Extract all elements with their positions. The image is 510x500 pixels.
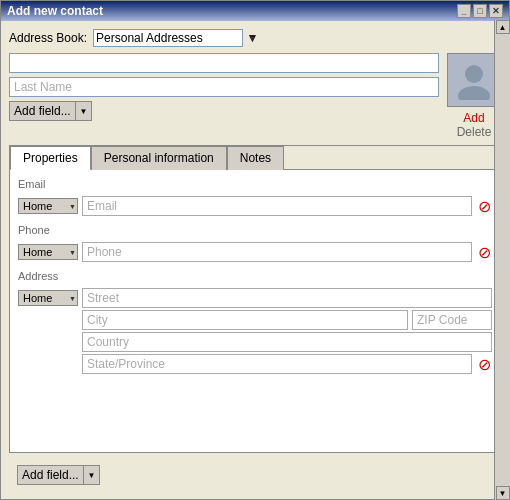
add-field-bottom-control: Add field... ▼ <box>17 465 100 485</box>
avatar-delete-link[interactable]: Delete <box>457 125 492 139</box>
add-field-top-row: Add field... ▼ <box>9 101 439 121</box>
bottom-row: Add field... ▼ <box>9 459 501 491</box>
address-section: Address Home Work Other <box>18 270 492 374</box>
address-book-dropdown-icon: ▼ <box>246 31 258 45</box>
minimize-button[interactable]: _ <box>457 4 471 18</box>
address-country-input[interactable] <box>82 332 492 352</box>
email-type-select-wrapper: Home Work Other <box>18 198 78 214</box>
window-content: Address Book: Personal Addresses Work Ad… <box>1 21 509 499</box>
tab-personal-information[interactable]: Personal information <box>91 146 227 170</box>
address-state-input[interactable] <box>82 354 472 374</box>
add-field-top-select[interactable]: Add field... <box>10 102 75 120</box>
tab-notes[interactable]: Notes <box>227 146 284 170</box>
address-field-row: Home Work Other <box>18 288 492 374</box>
add-field-top-control: Add field... ▼ <box>9 101 92 121</box>
scroll-up-button[interactable]: ▲ <box>496 20 510 34</box>
address-section-label: Address <box>18 270 492 282</box>
title-bar-buttons: _ □ ✕ <box>457 4 503 18</box>
add-new-contact-window: Add new contact _ □ ✕ Address Book: Pers… <box>0 0 510 500</box>
address-type-select-wrapper: Home Work Other <box>18 290 78 306</box>
address-state-remove-row: ⊘ <box>82 354 492 374</box>
phone-remove-button[interactable]: ⊘ <box>476 244 492 260</box>
phone-input[interactable] <box>82 242 472 262</box>
phone-type-select[interactable]: Home Work Mobile Other <box>18 244 78 260</box>
address-type-select[interactable]: Home Work Other <box>18 290 78 306</box>
top-section: Add field... ▼ Add Delete <box>9 53 501 139</box>
address-book-row: Address Book: Personal Addresses Work Ad… <box>9 29 501 47</box>
phone-type-select-wrapper: Home Work Mobile Other <box>18 244 78 260</box>
address-city-input[interactable] <box>82 310 408 330</box>
title-bar: Add new contact _ □ ✕ <box>1 1 509 21</box>
scroll-down-button[interactable]: ▼ <box>496 486 510 500</box>
window-title: Add new contact <box>7 4 103 18</box>
scrollbar: ▲ ▼ <box>494 20 510 500</box>
phone-section: Phone Home Work Mobile Other ⊘ <box>18 224 492 262</box>
tab-properties[interactable]: Properties <box>10 146 91 170</box>
close-button[interactable]: ✕ <box>489 4 503 18</box>
tab-content-properties: Email Home Work Other ⊘ <box>10 170 500 452</box>
email-remove-button[interactable]: ⊘ <box>476 198 492 214</box>
last-name-input[interactable] <box>9 77 439 97</box>
add-field-bottom-select[interactable]: Add field... <box>18 466 83 484</box>
address-remove-button[interactable]: ⊘ <box>476 356 492 372</box>
tabs-header: Properties Personal information Notes <box>10 146 500 170</box>
email-input[interactable] <box>82 196 472 216</box>
phone-section-label: Phone <box>18 224 492 236</box>
avatar-section: Add Delete <box>447 53 501 139</box>
address-block: ⊘ <box>82 288 492 374</box>
svg-point-0 <box>465 65 483 83</box>
add-field-bottom-dropdown-btn[interactable]: ▼ <box>83 466 99 484</box>
add-field-top-dropdown-btn[interactable]: ▼ <box>75 102 91 120</box>
email-section: Email Home Work Other ⊘ <box>18 178 492 216</box>
email-section-label: Email <box>18 178 492 190</box>
avatar-add-link[interactable]: Add <box>457 111 492 125</box>
avatar[interactable] <box>447 53 501 107</box>
address-book-select-wrapper: Personal Addresses Work Addresses ▼ <box>93 29 258 47</box>
address-street-input[interactable] <box>82 288 492 308</box>
address-zip-input[interactable] <box>412 310 492 330</box>
phone-field-row: Home Work Mobile Other ⊘ <box>18 242 492 262</box>
address-city-zip-row <box>82 310 492 330</box>
first-name-input[interactable] <box>9 53 439 73</box>
svg-point-1 <box>458 86 490 100</box>
address-book-select[interactable]: Personal Addresses Work Addresses <box>93 29 243 47</box>
tabs-container: Properties Personal information Notes Em… <box>9 145 501 453</box>
avatar-actions: Add Delete <box>457 111 492 139</box>
address-book-label: Address Book: <box>9 31 87 45</box>
avatar-icon <box>454 60 494 100</box>
email-field-row: Home Work Other ⊘ <box>18 196 492 216</box>
form-fields: Add field... ▼ <box>9 53 439 121</box>
email-type-select[interactable]: Home Work Other <box>18 198 78 214</box>
maximize-button[interactable]: □ <box>473 4 487 18</box>
